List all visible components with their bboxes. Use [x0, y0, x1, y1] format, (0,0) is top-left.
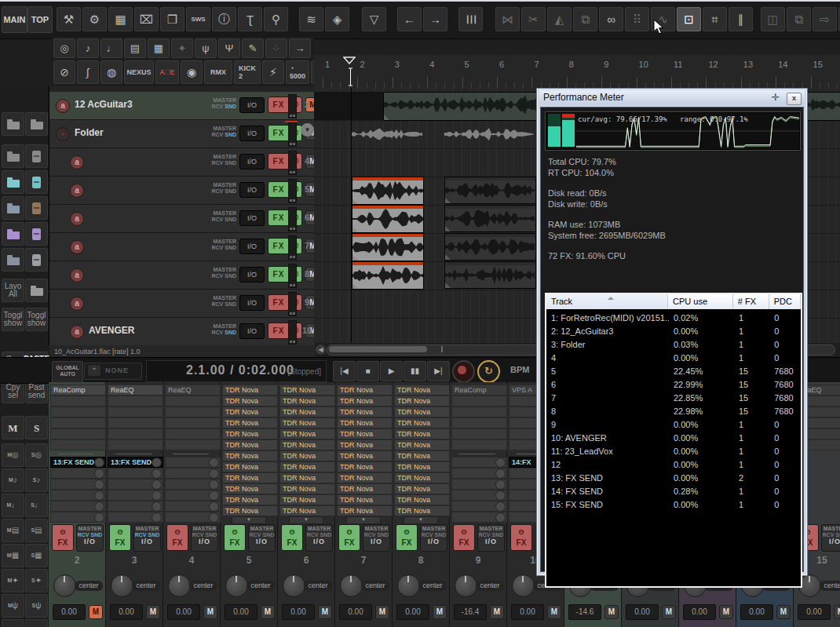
plugin-rmx[interactable]: RMX [204, 60, 232, 84]
send-slot[interactable] [451, 457, 507, 468]
performance-meter-window[interactable]: Performance Meter ✛ x cur/avg: 79.66/17.… [536, 88, 808, 576]
mixer-mute-button[interactable]: M [662, 605, 676, 619]
mixer-mute-button[interactable]: M [89, 605, 103, 619]
fx-slot[interactable]: TDR Nova [394, 417, 450, 428]
fx-slot-empty[interactable] [451, 417, 507, 428]
fx-slot[interactable]: TDR Nova [279, 428, 335, 439]
send-slot[interactable] [50, 501, 106, 512]
fx-slot[interactable]: TDR Nova [394, 472, 450, 483]
io-button[interactable]: I/O [239, 239, 265, 254]
send-slot[interactable] [165, 479, 221, 490]
fx-slot[interactable]: TDR Nova [394, 439, 450, 450]
send-slot[interactable] [165, 457, 221, 468]
track-name[interactable]: Folder [75, 127, 104, 138]
send-knob[interactable] [152, 501, 162, 512]
fx-slot[interactable]: TDR Nova [394, 385, 450, 396]
mixer-fx-button[interactable]: ʘFX [510, 524, 532, 551]
fx-slot-empty[interactable] [108, 428, 163, 439]
io-button[interactable]: I/O [239, 267, 265, 283]
folder-color-button-3[interactable] [2, 196, 24, 220]
preferences-gear[interactable]: ⚙ [82, 7, 107, 31]
plugin-wave-circle[interactable]: ◍ [100, 60, 122, 84]
fx-slot[interactable]: TDR Nova [337, 461, 393, 472]
cassette-color-button-2[interactable] [25, 170, 48, 194]
fx-slot[interactable]: TDR Nova [279, 417, 335, 428]
send-slot[interactable] [165, 501, 221, 512]
fx-power-icon[interactable]: ʘ [174, 527, 180, 538]
theme-shirt[interactable]: Ʈ [238, 7, 262, 31]
fx-slot-empty[interactable] [50, 406, 106, 417]
record-arm-button[interactable]: a [70, 184, 84, 198]
mixer-mute-button[interactable]: M [490, 605, 504, 619]
send-knob[interactable] [209, 512, 219, 523]
toolbar-tab-top[interactable]: TOP [27, 6, 53, 33]
send-knob[interactable] [209, 457, 219, 468]
snap-grid[interactable]: ⌗ [703, 7, 727, 31]
mixer-mute-button[interactable]: M [203, 605, 217, 619]
fx-slot[interactable]: TDR Nova [222, 450, 278, 461]
fx-slot[interactable]: TDR Nova [394, 494, 450, 505]
pan-knob[interactable] [340, 574, 363, 597]
mute-group-button-5[interactable]: M▦ [2, 544, 24, 567]
mute-group-button-7[interactable]: Mψ [2, 594, 24, 618]
fx-slot-empty[interactable] [451, 439, 507, 450]
send-knob[interactable] [495, 457, 506, 468]
perf-col-header-fx[interactable]: # FX [733, 294, 769, 309]
fx-power-icon[interactable]: ʘ [518, 527, 524, 538]
pan-knob[interactable] [225, 574, 248, 597]
show-folder-options-button[interactable] [2, 112, 24, 136]
mixer-fx-button[interactable]: ʘFX [109, 524, 131, 551]
mixer-mute-button[interactable]: M [146, 605, 160, 619]
info-circle[interactable]: ⓘ [212, 7, 236, 31]
fx-slot[interactable]: ReaEQ [108, 385, 163, 396]
send-slot[interactable] [50, 512, 106, 523]
mixer-mute-button[interactable]: M [719, 605, 733, 619]
go-to-end-button[interactable]: ▶| [427, 361, 450, 381]
perf-table-row[interactable]: 120.00%10 [546, 458, 801, 472]
send-knob[interactable] [94, 457, 104, 468]
perf-col-header-track[interactable]: Track [546, 294, 668, 309]
fx-slot[interactable]: TDR Nova [222, 483, 278, 494]
mixer-mute-button[interactable]: M [834, 605, 840, 619]
fx-slot-empty[interactable] [451, 428, 507, 439]
mixer-channel-5[interactable]: TDR NovaTDR NovaTDR NovaTDR NovaTDR Nova… [221, 382, 278, 627]
mute-group-button-3[interactable]: M♩ [2, 494, 24, 517]
record-arm-button[interactable]: ◦ [56, 127, 70, 141]
fx-slot[interactable]: TDR Nova [337, 417, 393, 428]
fx-power-icon[interactable]: ʘ [232, 527, 237, 538]
crossfade-scissors[interactable]: ✂ [521, 7, 546, 31]
timeline-ruler[interactable]: 123456789101112131415 [314, 55, 840, 89]
scrollbar-thumb[interactable] [329, 346, 427, 352]
plugin-ave[interactable]: A⃥E [155, 60, 179, 84]
mixer-fx-button[interactable]: ʘFX [281, 524, 303, 551]
fx-slot-empty[interactable] [108, 439, 163, 450]
search-magnifier[interactable]: ⚲ [264, 7, 288, 31]
plugin-kick2[interactable]: KICK2 [234, 60, 261, 84]
plugin-5000[interactable]: ◔5000 [286, 60, 309, 84]
fx-button[interactable]: FXʘ [268, 181, 302, 198]
fx-scroll-down-button[interactable]: ▼ [232, 516, 266, 524]
fx-slot-empty[interactable] [451, 396, 507, 406]
play-button[interactable]: ▶ [380, 361, 403, 381]
send-knob[interactable] [152, 512, 162, 523]
fx-button[interactable]: FXʘ [268, 210, 302, 226]
fx-button[interactable]: FXʘ [268, 97, 302, 113]
mixer-sliders[interactable]: ☰ [458, 7, 483, 31]
volume-value[interactable]: 0.00 [282, 604, 315, 620]
audio-item[interactable] [352, 177, 424, 205]
send-slot[interactable] [165, 490, 221, 501]
send-knob[interactable] [152, 468, 162, 479]
fx-slot[interactable]: TDR Nova [279, 439, 335, 450]
record-button[interactable] [452, 360, 475, 383]
fx-slot[interactable]: TDR Nova [337, 406, 393, 417]
audio-item[interactable] [444, 205, 536, 232]
track-row-10[interactable]: aAVENGERMASTERRCV SNDI/OFXʘMS10 [49, 318, 315, 346]
record-arm-button[interactable]: a [70, 325, 84, 339]
close-icon[interactable]: x [787, 93, 802, 105]
mixer-master-button[interactable]: MASTERRCV SNDI/O [133, 524, 161, 552]
fx-slot-empty[interactable] [165, 439, 221, 450]
fx-button[interactable]: FXʘ [268, 323, 302, 339]
fx-slot[interactable]: TDR Nova [222, 461, 278, 472]
fx-scroll-down-button[interactable]: ▼ [289, 516, 323, 524]
audio-item[interactable] [444, 261, 536, 289]
